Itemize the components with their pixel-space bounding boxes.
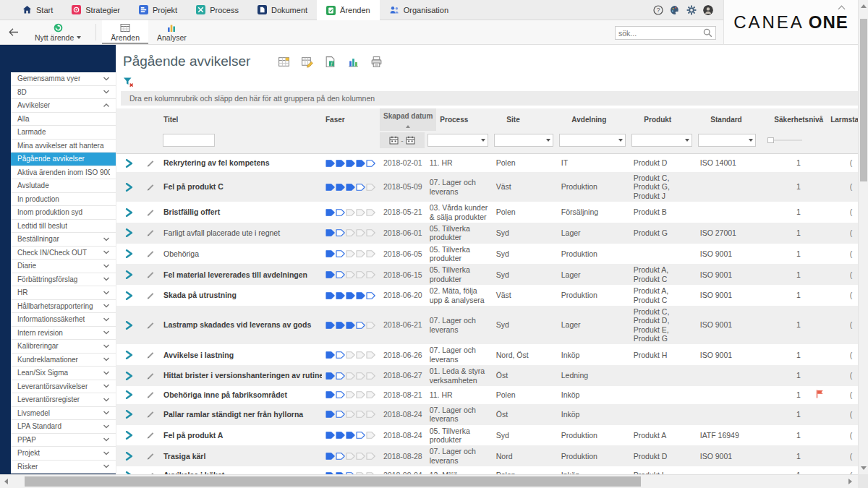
edit-pencil-icon[interactable] xyxy=(147,291,155,300)
scroll-up-icon[interactable] xyxy=(861,4,867,8)
sidebar-item-gemensamma-vyer[interactable]: Gemensamma vyer xyxy=(11,72,116,86)
scroll-down-icon[interactable] xyxy=(861,466,867,470)
sidebar-item-diarie[interactable]: Diarie xyxy=(11,260,116,273)
expand-row-icon[interactable] xyxy=(125,228,133,237)
sidebar-item-in-production[interactable]: In production xyxy=(11,193,116,207)
edit-pencil-icon[interactable] xyxy=(147,410,155,419)
avatar[interactable] xyxy=(703,5,713,15)
table-row[interactable]: Skada på utrustning2018-06-2002. Mäta, f… xyxy=(116,285,858,306)
help-icon[interactable]: ? xyxy=(653,5,663,15)
edit-pencil-icon[interactable] xyxy=(147,159,155,168)
sidebar-item-ledtid-till-beslut[interactable]: Ledtid till beslut xyxy=(11,220,116,234)
expand-row-icon[interactable] xyxy=(125,431,133,440)
sidebar-item-h-llbarhetsrapportering[interactable]: Hållbarhetsrapportering xyxy=(11,300,116,314)
clear-filter-icon[interactable] xyxy=(123,77,134,87)
process-filter-select[interactable] xyxy=(427,134,488,147)
search-input[interactable] xyxy=(618,29,703,38)
sidebar-item-livsmedel[interactable]: Livsmedel xyxy=(11,407,116,421)
settings-icon[interactable] xyxy=(686,5,697,15)
sidebar-item-ppap[interactable]: PPAP xyxy=(11,434,116,448)
column-header-date[interactable]: Skapad datum xyxy=(380,108,436,131)
nav-tab-projekt[interactable]: Projekt xyxy=(129,0,187,20)
column-header-sakerhetsniva[interactable]: Säkerhetsnivå xyxy=(770,108,827,131)
nav-tab-dokument[interactable]: Dokument xyxy=(248,0,317,20)
slider-handle[interactable] xyxy=(767,137,774,143)
edit-pencil-icon[interactable] xyxy=(147,208,155,217)
column-header-produkt[interactable]: Produkt xyxy=(640,108,707,131)
grid-edit-icon[interactable] xyxy=(301,56,313,68)
table-row[interactable]: Obehöriga inne på fabriksområdet2018-08-… xyxy=(116,386,858,404)
sidebar-item-informationss-kerhet[interactable]: Informationssäkerhet xyxy=(11,313,116,327)
expand-row-icon[interactable] xyxy=(125,208,133,217)
table-row[interactable]: Fel på produkt A2018-08-2405. Tillverka … xyxy=(116,425,858,446)
sidebar-item-leverant-rsregister[interactable]: Leverantörsregister xyxy=(11,393,116,407)
column-header-larmstatus[interactable]: Larmstatus xyxy=(827,108,858,131)
standard-filter-select[interactable] xyxy=(698,134,756,147)
expand-row-icon[interactable] xyxy=(125,291,133,300)
table-row[interactable]: Fel material levererades till avdelninge… xyxy=(116,264,858,285)
table-row[interactable]: Obehöriga2018-06-0505. Tillverka produkt… xyxy=(116,244,858,265)
search-icon[interactable] xyxy=(703,28,712,38)
print-icon[interactable] xyxy=(370,56,383,68)
sidebar-item-avslutade[interactable]: Avslutade xyxy=(11,179,116,193)
tab-analyser[interactable]: Analyser xyxy=(148,20,195,44)
expand-row-icon[interactable] xyxy=(125,249,133,258)
excel-export-icon[interactable]: f xyxy=(324,56,336,68)
table-row[interactable]: Pallar ramlar ständigt ner från hyllorna… xyxy=(116,404,858,425)
table-row[interactable]: Avvikelse i köket2018-09-0412. MiljöPole… xyxy=(116,466,858,474)
expand-row-icon[interactable] xyxy=(125,390,133,399)
grid-view-icon[interactable] xyxy=(278,56,290,68)
edit-pencil-icon[interactable] xyxy=(147,351,155,359)
sidebar-item-mina-avvikelser-att-hantera[interactable]: Mina avvikelser att hantera xyxy=(11,140,116,153)
nav-tab-strategier[interactable]: Strategier xyxy=(62,0,129,20)
sidebar-item-aktiva-renden-inom-iso-9001[interactable]: Aktiva ärenden inom ISO 9001 xyxy=(11,166,116,180)
column-header-standard[interactable]: Standard xyxy=(707,108,770,131)
table-row[interactable]: Fel på produkt C2018-05-0907. Lager och … xyxy=(116,172,858,202)
expand-row-icon[interactable] xyxy=(125,372,133,380)
nav-tab-process[interactable]: Process xyxy=(187,0,248,20)
sidebar-item-leverant-rsavvikelser[interactable]: Leverantörsavvikelser xyxy=(11,380,116,394)
calendar-icon[interactable] xyxy=(389,136,399,145)
expand-row-icon[interactable] xyxy=(125,183,133,192)
new-case-button[interactable]: Nytt ärende xyxy=(26,20,90,44)
expand-row-icon[interactable] xyxy=(125,321,133,330)
edit-pencil-icon[interactable] xyxy=(147,452,155,461)
calendar-icon[interactable] xyxy=(406,136,415,145)
s-kerhetsniv-filter-slider[interactable] xyxy=(767,140,802,141)
sidebar-item-intern-revision[interactable]: Intern revision xyxy=(11,327,116,341)
edit-pencil-icon[interactable] xyxy=(147,249,155,258)
edit-pencil-icon[interactable] xyxy=(147,431,155,440)
edit-pencil-icon[interactable] xyxy=(147,228,155,237)
collapse-header-icon[interactable] xyxy=(838,4,845,11)
table-row[interactable]: Bristfällig offert2018-05-2103. Vårda ku… xyxy=(116,202,858,223)
horizontal-scrollbar-thumb[interactable] xyxy=(25,476,641,487)
expand-row-icon[interactable] xyxy=(125,351,133,359)
sidebar-item-inom-produktion-syd[interactable]: Inom produktion syd xyxy=(11,206,116,220)
sidebar-item-best-llningar[interactable]: Beställningar xyxy=(11,233,116,247)
group-by-bar[interactable]: Dra en kolumnrubrik och släpp den här fö… xyxy=(121,91,858,106)
column-header-site[interactable]: Site xyxy=(503,108,568,131)
table-row[interactable]: Trasiga kärl2018-08-2807. Lager och leve… xyxy=(116,445,858,466)
table-row[interactable]: Rekrytering av fel kompetens2018-02-0111… xyxy=(116,154,858,172)
edit-pencil-icon[interactable] xyxy=(147,183,155,192)
edit-pencil-icon[interactable] xyxy=(147,321,155,330)
expand-row-icon[interactable] xyxy=(125,159,133,168)
sidebar-item-lean-six-sigma[interactable]: Lean/Six Sigma xyxy=(11,367,116,380)
sidebar-item-hr[interactable]: HR xyxy=(11,286,116,300)
expand-row-icon[interactable] xyxy=(125,452,133,461)
nav-tab-renden[interactable]: Ärenden xyxy=(317,0,380,20)
titel-filter-input[interactable] xyxy=(163,134,215,147)
table-row[interactable]: Farligt avfall placerade ute i regnet201… xyxy=(116,223,858,244)
scroll-right-icon[interactable] xyxy=(848,479,852,484)
site-filter-select[interactable] xyxy=(494,134,553,147)
sidebar-item-check-in-check-out[interactable]: Check IN/Check OUT xyxy=(11,247,116,260)
vertical-scrollbar[interactable] xyxy=(858,0,868,474)
column-header-avdelning[interactable]: Avdelning xyxy=(568,108,640,131)
sidebar-item-larmade[interactable]: Larmade xyxy=(11,126,116,140)
sidebar-item-kalibreringar[interactable]: Kalibreringar xyxy=(11,340,116,354)
horizontal-scrollbar[interactable] xyxy=(0,474,858,488)
produkt-filter-select[interactable] xyxy=(631,134,692,147)
sidebar-item-avvikelser[interactable]: Avvikelser xyxy=(11,99,116,113)
vertical-scrollbar-thumb[interactable] xyxy=(860,19,867,181)
table-row[interactable]: Lastramp skadades vid leverans av gods20… xyxy=(116,306,858,345)
